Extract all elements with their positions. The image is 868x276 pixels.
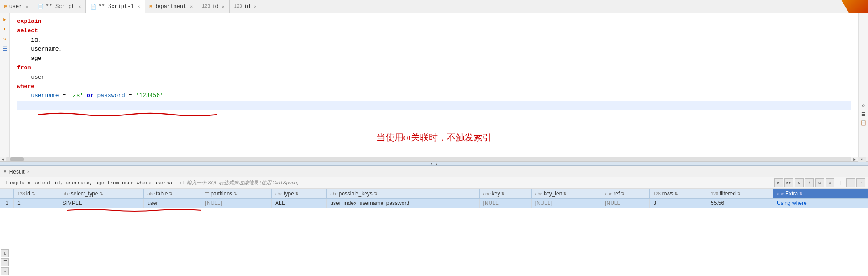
bookmark2-icon[interactable]: ☰: [861, 111, 866, 117]
cell-select-type: SIMPLE: [59, 199, 143, 208]
tab-user[interactable]: ⊞user✕: [0, 0, 33, 13]
sort-icon-id[interactable]: ⇅: [32, 191, 35, 196]
result-db-icon: ⊞: [4, 169, 7, 174]
row-num-1: 1: [0, 199, 14, 208]
sort-icon-key-len[interactable]: ⇅: [563, 191, 567, 196]
result-close-icon[interactable]: ✕: [27, 169, 30, 174]
tab-script1[interactable]: 📄** Script✕: [33, 0, 86, 13]
col-rows[interactable]: 128 rows ⇅: [650, 189, 707, 199]
sort-icon-extra[interactable]: ⇅: [799, 191, 803, 196]
tab-close-icon[interactable]: ✕: [25, 4, 28, 9]
code-line-3: id,: [17, 36, 851, 45]
list-icon[interactable]: ☰: [1, 258, 9, 266]
filter-btn[interactable]: ⊞: [826, 178, 834, 187]
tab-department[interactable]: ⊞department✕: [145, 0, 198, 13]
sort-icon-partitions[interactable]: ⇅: [234, 191, 237, 196]
red-underline-svg: [38, 111, 217, 116]
cell-id: 1: [14, 199, 59, 208]
annotation-text: 当使用or关联时，不触发索引: [17, 132, 851, 144]
resize-divider[interactable]: ▾ ▴: [0, 162, 868, 166]
tab-label: user: [9, 4, 22, 10]
tab-close-icon[interactable]: ✕: [78, 4, 81, 9]
tab-close-icon[interactable]: ✕: [190, 4, 193, 9]
table-row[interactable]: 1 1 SIMPLE user [NULL] ALL user_index_us…: [0, 199, 868, 208]
sort-icon-table[interactable]: ⇅: [169, 191, 172, 196]
sort-icon-possible-keys[interactable]: ⇅: [374, 191, 377, 196]
result-header: ⊞ Result ✕: [0, 166, 868, 177]
copy-btn[interactable]: ⊟: [815, 178, 824, 187]
back-btn2[interactable]: ←: [846, 178, 855, 187]
debug-icon[interactable]: ⬇: [1, 25, 9, 33]
scroll-track[interactable]: [6, 157, 851, 161]
col-table[interactable]: abc table ⇅: [144, 189, 201, 199]
sort-icon-select-type[interactable]: ⇅: [100, 191, 103, 196]
bottom-left-icons: ⊞ ☰ ↔: [0, 248, 10, 276]
col-partitions[interactable]: ☰ partitions ⇅: [201, 189, 272, 199]
table-header-row: 128 id ⇅ abc select_type ⇅: [0, 189, 868, 199]
col-filtered[interactable]: 128 filtered ⇅: [707, 189, 773, 199]
cell-possible-keys: user_index_username_password: [327, 199, 479, 208]
bookmark-icon[interactable]: ☰: [1, 45, 9, 53]
tab-close-icon[interactable]: ✕: [222, 4, 225, 9]
underline-area: [17, 111, 851, 118]
result-title: Result: [9, 169, 25, 175]
scroll-thumb[interactable]: [10, 157, 24, 161]
tab-label: ** Script: [46, 4, 75, 10]
col-possible-keys[interactable]: abc possible_keys ⇅: [327, 189, 479, 199]
col-key[interactable]: abc key ⇅: [479, 189, 531, 199]
fwd-btn2[interactable]: →: [856, 178, 865, 187]
tab-id2[interactable]: 123id✕: [230, 0, 261, 13]
col-select-type[interactable]: abc select_type ⇅: [59, 189, 143, 199]
col-type[interactable]: abc type ⇅: [272, 189, 327, 199]
tab-script2[interactable]: 📄** Script-1✕: [86, 0, 145, 13]
sort-icon-type[interactable]: ⇅: [295, 191, 299, 196]
db-icon: ⊞: [4, 4, 8, 9]
cell-type: ALL: [272, 199, 327, 208]
tab-label: department: [154, 4, 186, 10]
tab-close-icon[interactable]: ✕: [254, 4, 256, 9]
script-icon: 📄: [90, 4, 96, 10]
run-icon[interactable]: ▶: [1, 15, 9, 23]
result-sql-info: explain select id, username, age from us…: [10, 180, 176, 186]
sort-icon-key[interactable]: ⇅: [501, 191, 505, 196]
code-line-5: age: [17, 54, 851, 64]
nav-back-btn[interactable]: ▶: [774, 178, 783, 187]
sort-icon-filtered[interactable]: ⇅: [737, 191, 741, 196]
cell-partitions: [NULL]: [201, 199, 272, 208]
filter-icon: ⊞T: [180, 180, 185, 185]
cell-filtered: 55.56: [707, 199, 773, 208]
grid-icon[interactable]: ⊞: [1, 249, 9, 257]
empty-row: [0, 212, 868, 230]
result-table-wrap[interactable]: 128 id ⇅ abc select_type ⇅: [0, 189, 868, 263]
code-line-9: username = 'zs' or password = '123456': [17, 91, 851, 101]
result-redline-row: [0, 208, 868, 212]
arrow-icon[interactable]: ↔: [1, 267, 9, 275]
col-extra[interactable]: abc Extra ⇅: [773, 189, 868, 199]
tab-label: id: [244, 4, 250, 10]
scroll-right-arrow[interactable]: ▶: [853, 157, 855, 162]
tab-label: id: [212, 4, 218, 10]
notes-icon[interactable]: 📋: [860, 120, 867, 126]
refresh-btn[interactable]: ↻: [795, 178, 804, 187]
export-btn[interactable]: ⬆: [805, 178, 814, 187]
code-line-7: user: [17, 73, 851, 82]
col-key-len[interactable]: abc key_len ⇅: [531, 189, 601, 199]
num-icon: 123: [234, 4, 242, 9]
gear-icon[interactable]: ⚙: [862, 103, 865, 109]
filter-hint[interactable]: 输入一个 SQL 表达式来过滤结果 (使用 Ctrl+Space): [187, 179, 298, 186]
sep: |: [836, 178, 845, 187]
step-icon[interactable]: ↪: [1, 35, 9, 43]
nav-fwd-btn[interactable]: ▶▶: [784, 178, 793, 187]
code-editor[interactable]: explain select id, username, age from us…: [10, 13, 858, 157]
col-ref[interactable]: abc ref ⇅: [601, 189, 650, 199]
tab-id1[interactable]: 123id✕: [197, 0, 229, 13]
num-icon: 123: [202, 4, 210, 9]
col-id[interactable]: 128 id ⇅: [14, 189, 59, 199]
sort-icon-ref[interactable]: ⇅: [621, 191, 625, 196]
scroll-left-arrow[interactable]: ◀: [2, 157, 4, 162]
left-sidebar: ▶ ⬇ ↪ ☰: [0, 13, 10, 157]
sort-icon-rows[interactable]: ⇅: [675, 191, 678, 196]
collapse-button[interactable]: ▾: [858, 157, 866, 162]
tab-close-icon[interactable]: ✕: [138, 4, 140, 9]
code-line-2: select: [17, 26, 851, 36]
